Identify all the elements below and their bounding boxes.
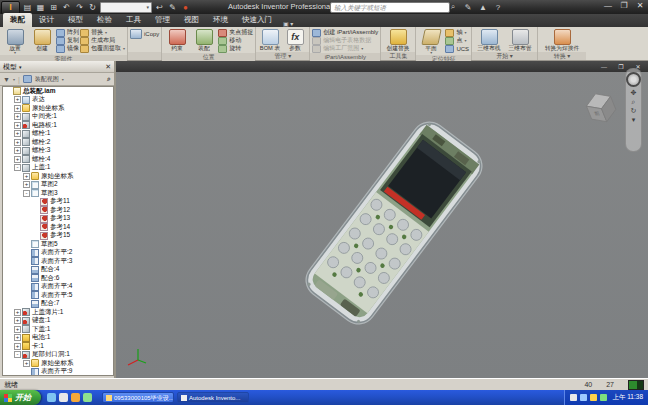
parameters-button[interactable]: fx 参数 <box>283 28 307 51</box>
make-layout-button[interactable]: 生成布局 <box>80 37 125 44</box>
assemble-button[interactable]: 装配 <box>191 28 217 51</box>
undo-icon[interactable]: ↶ <box>61 2 72 13</box>
convert-weldment-button[interactable]: 转换为焊接件 <box>540 28 584 51</box>
tree-item[interactable]: +表面齐平:2 <box>3 249 113 258</box>
tree-item[interactable]: +螺栓:4 <box>3 155 113 164</box>
tree-item[interactable]: +螺栓:3 <box>3 147 113 156</box>
tree-item[interactable]: +参考13 <box>3 215 113 224</box>
tree-item[interactable]: +螺栓:1 <box>3 130 113 139</box>
tree-item[interactable]: +配合:6 <box>3 274 113 283</box>
tree-item[interactable]: +表面齐平:5 <box>3 291 113 300</box>
tree-expander[interactable]: + <box>14 156 21 163</box>
safety-icon[interactable] <box>590 394 597 401</box>
close-icon[interactable]: ✕ <box>634 1 646 10</box>
steering-wheel-icon[interactable] <box>626 72 641 87</box>
orbit-icon[interactable]: ↻ <box>631 107 637 114</box>
tree-item[interactable]: +下盖:1 <box>3 325 113 334</box>
ucs-button[interactable]: UCS <box>445 45 469 52</box>
browser-close-icon[interactable]: ✕ <box>105 63 111 71</box>
qat-combo-box[interactable]: ▾ <box>100 2 152 13</box>
tab-快速入门[interactable]: 快速入门 <box>235 13 279 27</box>
communication-icon[interactable]: ▲ <box>478 3 488 12</box>
print-icon[interactable]: ⊞ <box>48 2 59 13</box>
tree-item[interactable]: +配合:7 <box>3 300 113 309</box>
minimize-icon[interactable]: — <box>602 1 614 10</box>
redo-icon[interactable]: ↷ <box>74 2 85 13</box>
panel-label-convert[interactable]: 转换 ▾ <box>538 52 586 60</box>
assembly-view-selector[interactable]: 装配视图 <box>35 75 59 84</box>
tab-设计[interactable]: 设计 <box>32 13 61 27</box>
tree-expander[interactable]: + <box>23 181 30 188</box>
zoom-icon[interactable]: ⌕ <box>632 98 636 105</box>
tree-item[interactable]: +表面齐平:9 <box>3 368 113 377</box>
bom-button[interactable]: BOM 表 <box>258 28 282 51</box>
tree-item[interactable]: +卡:1 <box>3 342 113 351</box>
browser-dropdown-icon[interactable]: ▾ <box>19 64 22 70</box>
tree-item[interactable]: +电路板:1 <box>3 121 113 130</box>
ribbon-options-icon[interactable]: ▣ ▾ <box>283 20 293 27</box>
tree-expander[interactable]: + <box>14 105 21 112</box>
tree-item[interactable]: +螺栓:2 <box>3 138 113 147</box>
constrain-button[interactable]: 约束 <box>164 28 190 51</box>
work-point-button[interactable]: 点 ▾ <box>445 37 469 44</box>
filter-icon[interactable]: ▼ <box>3 76 10 83</box>
tree-item[interactable]: +参考15 <box>3 232 113 241</box>
tree-item[interactable]: +参考11 <box>3 198 113 207</box>
place-button[interactable]: 放置▾ <box>2 28 28 54</box>
tree-expander[interactable]: + <box>14 309 21 316</box>
show-desktop-icon[interactable] <box>59 393 68 402</box>
shrinkwrap-button[interactable]: 包覆面提取 ▾ <box>80 45 125 52</box>
3d-viewport[interactable]: 前 <box>116 61 648 378</box>
tree-expander[interactable]: + <box>23 173 30 180</box>
tree-expander[interactable]: + <box>14 317 21 324</box>
help-icon[interactable]: ? <box>493 3 503 12</box>
msn-icon[interactable] <box>83 393 92 402</box>
pattern-button[interactable]: 阵列 <box>56 29 79 36</box>
work-plane-button[interactable]: 平面▾ <box>418 28 444 54</box>
restore-icon[interactable]: ❐ <box>618 1 630 10</box>
task-button[interactable]: 09533000105毕业设... <box>102 392 174 403</box>
tree-item[interactable]: +参考14 <box>3 223 113 232</box>
tree-item[interactable]: +配合:4 <box>3 266 113 275</box>
tree-item[interactable]: -尾部封口洞:1 <box>3 351 113 360</box>
doc-restore-icon[interactable]: ❐ <box>615 63 627 70</box>
filter-dropdown-icon[interactable]: ▾ <box>13 78 15 81</box>
tree-item[interactable]: -上盖:1 <box>3 164 113 173</box>
rotate-button[interactable]: 旋转 <box>218 45 253 52</box>
replace-button[interactable]: 替换 ▾ <box>80 29 125 36</box>
panel-label-manage[interactable]: 管理 ▾ <box>256 52 309 60</box>
create-substitute-button[interactable]: 创建替换 <box>383 28 413 51</box>
tree-item[interactable]: +原始坐标系 <box>3 359 113 368</box>
tree-expander[interactable]: + <box>14 130 21 137</box>
tree-item[interactable]: +表达 <box>3 96 113 105</box>
icopy-button[interactable]: iCopy <box>130 30 159 37</box>
material-icon[interactable]: ● <box>180 2 191 13</box>
copy-button[interactable]: 复制 <box>56 37 79 44</box>
tree-expander[interactable]: + <box>14 113 21 120</box>
ie-icon[interactable] <box>47 393 56 402</box>
tree-item[interactable]: +草图5 <box>3 240 113 249</box>
return-icon[interactable]: ↩ <box>154 2 165 13</box>
tree-item[interactable]: +总装配.iam <box>3 87 113 96</box>
tree-expander[interactable]: + <box>14 147 21 154</box>
tree-item[interactable]: +原始坐标系 <box>3 172 113 181</box>
tab-装配[interactable]: 装配 <box>3 13 32 27</box>
media-player-icon[interactable] <box>71 393 80 402</box>
find-icon[interactable]: ⌕ <box>107 75 111 83</box>
cable-harness-button[interactable]: 三维布线 <box>474 28 504 51</box>
create-button[interactable]: 创建 <box>29 28 55 51</box>
grip-snap-button[interactable]: 夹点捕捉 <box>218 29 253 36</box>
search-icon[interactable]: ⌕ <box>448 2 458 12</box>
view-dropdown-icon[interactable]: ▾ <box>62 78 64 81</box>
tree-expander[interactable]: + <box>14 334 21 341</box>
panel-label-begin[interactable]: 开始 ▾ <box>472 52 537 60</box>
tree-item[interactable]: +电池:1 <box>3 334 113 343</box>
task-button[interactable]: Autodesk Invento... <box>177 392 249 403</box>
work-axis-button[interactable]: 轴 ▾ <box>445 29 469 36</box>
tree-item[interactable]: +表面齐平:3 <box>3 257 113 266</box>
tree-expander[interactable]: - <box>14 164 21 171</box>
doc-minimize-icon[interactable]: — <box>598 64 610 70</box>
tree-expander[interactable]: + <box>14 343 21 350</box>
tree-item[interactable]: +参考12 <box>3 206 113 215</box>
tree-expander[interactable]: + <box>14 139 21 146</box>
